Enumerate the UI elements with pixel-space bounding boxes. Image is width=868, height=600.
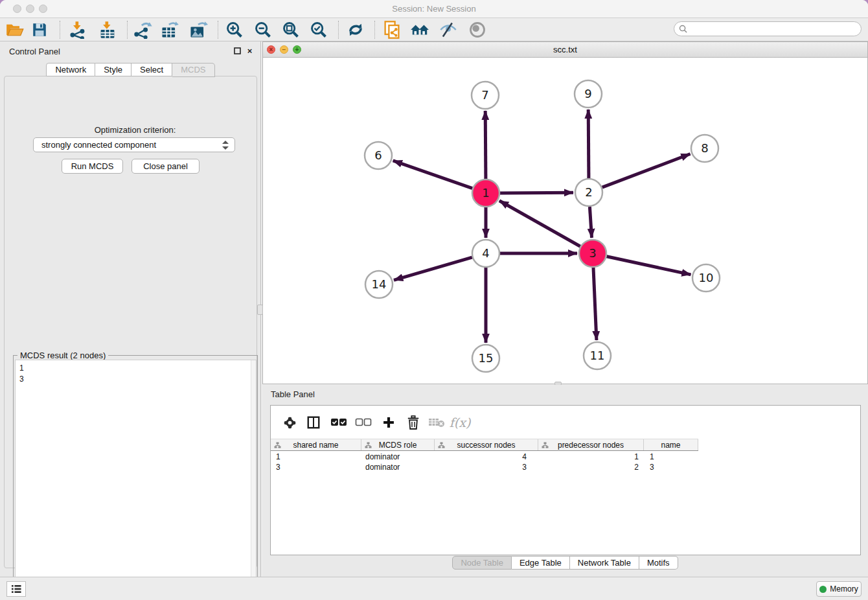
table-rows: 1dominator4113dominator323	[271, 452, 860, 472]
table-panel: Table Panel ×	[262, 385, 868, 577]
column-header-shared-name[interactable]: shared name	[271, 439, 361, 450]
zoom-fit-icon[interactable]	[280, 20, 302, 40]
table-row[interactable]: 1dominator411	[271, 452, 860, 462]
table-cell[interactable]: 1	[271, 452, 361, 462]
graph-edge[interactable]	[602, 154, 691, 188]
svg-text:6: 6	[374, 148, 382, 162]
control-panel-tabs: NetworkStyleSelectMCDS	[0, 63, 261, 76]
save-session-icon[interactable]	[29, 20, 51, 40]
hierarchy-icon	[274, 442, 281, 449]
graph-node[interactable]: 10	[692, 264, 720, 292]
column-header-predecessor-nodes[interactable]: predecessor nodes	[538, 439, 644, 450]
graph-node[interactable]: 11	[584, 342, 611, 369]
delete-column-icon[interactable]	[403, 412, 424, 433]
hierarchy-icon	[438, 442, 445, 449]
optimization-criterion-select[interactable]: strongly connected component	[33, 137, 235, 152]
clone-network-icon[interactable]	[381, 20, 403, 40]
split-columns-icon[interactable]	[303, 412, 324, 433]
vertical-splitter-handle[interactable]	[257, 305, 263, 315]
tab-edge-table[interactable]: Edge Table	[512, 556, 570, 570]
zoom-in-icon[interactable]	[223, 20, 246, 40]
table-cell[interactable]: 3	[271, 462, 361, 472]
run-mcds-button[interactable]: Run MCDS	[62, 159, 123, 174]
graph-node[interactable]: 7	[472, 82, 499, 109]
show-panels-icon[interactable]	[466, 20, 488, 40]
search-field[interactable]	[674, 21, 862, 36]
graph-edge[interactable]	[607, 257, 691, 275]
graph-edge[interactable]	[499, 201, 580, 246]
function-builder-icon[interactable]: f(x)	[450, 412, 470, 433]
task-history-button[interactable]	[6, 581, 26, 597]
import-network-icon[interactable]	[67, 20, 89, 40]
control-panel: Control Panel × Optimization criterion: …	[0, 41, 261, 577]
add-column-icon[interactable]	[378, 412, 399, 433]
table-cell[interactable]: 2	[538, 462, 644, 472]
mcds-result-group: MCDS result (2 nodes) 1 3	[13, 355, 258, 600]
tab-network-table[interactable]: Network Table	[570, 556, 639, 570]
memory-button[interactable]: Memory	[816, 581, 862, 597]
scrollbar[interactable]	[251, 360, 256, 600]
table-cell[interactable]: 1	[538, 452, 644, 462]
table-cell[interactable]: dominator	[361, 452, 435, 462]
optimization-criterion-label: Optimization criterion:	[5, 125, 266, 135]
select-stepper-icon	[222, 140, 229, 150]
export-image-icon[interactable]	[187, 20, 209, 40]
toolbar-separator	[338, 21, 339, 39]
tab-node-table[interactable]: Node Table	[452, 556, 512, 570]
svg-text:15: 15	[479, 351, 494, 365]
import-table-icon[interactable]	[97, 20, 119, 40]
graph-node[interactable]: 3	[579, 240, 606, 267]
graph-node[interactable]: 15	[472, 345, 499, 372]
tab-mcds[interactable]: MCDS	[172, 63, 214, 77]
column-header-name[interactable]: name	[644, 439, 698, 450]
control-panel-title: Control Panel	[9, 47, 60, 56]
graph-edge[interactable]	[588, 110, 589, 178]
column-header-successor-nodes[interactable]: successor nodes	[435, 439, 538, 450]
delete-table-icon[interactable]	[426, 412, 447, 433]
search-input[interactable]	[690, 25, 852, 34]
graph-node[interactable]: 6	[365, 142, 392, 169]
open-session-icon[interactable]	[4, 20, 26, 40]
network-canvas[interactable]: 7968124314101511	[263, 58, 867, 384]
tab-select[interactable]: Select	[131, 63, 172, 76]
tab-style[interactable]: Style	[95, 63, 131, 76]
graph-node[interactable]: 4	[472, 240, 499, 267]
mcds-tab-content: Optimization criterion: strongly connect…	[4, 76, 257, 568]
close-panel-icon[interactable]: ×	[246, 47, 254, 55]
graph-node[interactable]: 8	[691, 135, 718, 162]
gear-icon[interactable]	[279, 412, 300, 433]
graph-edge[interactable]	[394, 257, 472, 280]
graph-node[interactable]: 9	[575, 80, 602, 108]
export-network-icon[interactable]	[131, 20, 154, 40]
table-cell[interactable]: 3	[435, 462, 538, 472]
tab-motifs[interactable]: Motifs	[639, 556, 678, 570]
graph-edge[interactable]	[589, 207, 591, 238]
mcds-result-text[interactable]: 1 3	[15, 360, 257, 600]
select-all-icon[interactable]	[328, 412, 349, 433]
graph-edge[interactable]	[500, 192, 573, 193]
graph-node[interactable]: 1	[472, 179, 499, 207]
table-cell[interactable]: 1	[644, 452, 698, 462]
table-cell[interactable]: 4	[435, 452, 538, 462]
show-all-networks-icon[interactable]	[409, 20, 431, 40]
export-table-icon[interactable]	[159, 20, 181, 40]
network-window-titlebar[interactable]: × − + scc.txt	[263, 42, 867, 58]
hide-panels-icon[interactable]	[437, 20, 459, 40]
column-header-MCDS-role[interactable]: MCDS role	[361, 439, 435, 450]
graph-edge[interactable]	[485, 111, 486, 179]
zoom-out-icon[interactable]	[252, 20, 274, 40]
table-row[interactable]: 3dominator323	[271, 462, 860, 472]
zoom-selected-icon[interactable]	[308, 20, 330, 40]
apply-layout-icon[interactable]	[345, 20, 367, 40]
table-cell[interactable]: dominator	[361, 462, 435, 472]
graph-node[interactable]: 14	[365, 271, 393, 298]
table-cell[interactable]: 3	[644, 462, 698, 472]
graph-node[interactable]: 2	[575, 179, 602, 206]
float-panel-icon[interactable]	[233, 47, 242, 55]
graph-edge[interactable]	[393, 161, 473, 189]
graph-edge[interactable]	[593, 268, 597, 340]
close-panel-button[interactable]: Close panel	[131, 159, 200, 174]
toolbar-separator	[374, 21, 375, 39]
tab-network[interactable]: Network	[46, 63, 95, 76]
deselect-all-icon[interactable]	[353, 412, 374, 433]
